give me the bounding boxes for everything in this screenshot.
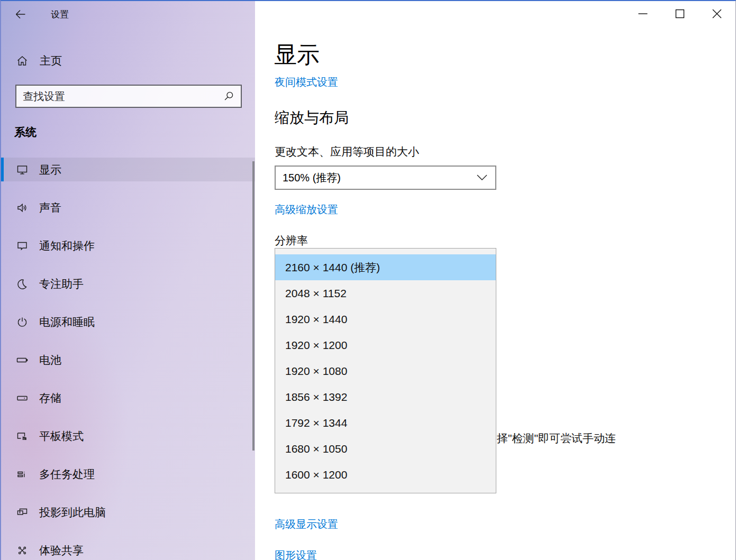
resolution-option[interactable]: 1600 × 1200 (275, 462, 496, 488)
sidebar-item-focus-assist[interactable]: 专注助手 (1, 272, 255, 296)
sidebar-scrollbar[interactable] (252, 161, 255, 451)
scale-dropdown[interactable]: 150% (推荐) (275, 166, 496, 190)
caption-buttons (624, 1, 735, 26)
maximize-button[interactable] (661, 1, 698, 26)
close-icon (712, 9, 722, 19)
sidebar-item-storage[interactable]: 存储 (1, 386, 255, 410)
graphics-settings-link[interactable]: 图形设置 (275, 548, 317, 560)
sidebar-section-heading: 系统 (14, 125, 37, 140)
notifications-icon (16, 240, 29, 252)
sidebar-item-label: 存储 (39, 391, 61, 406)
main-content: 显示 夜间模式设置 缩放与布局 更改文本、应用等项目的大小 150% (推荐) … (255, 1, 735, 560)
resolution-option[interactable]: 1856 × 1392 (275, 384, 496, 410)
sidebar-item-tablet-mode[interactable]: 平板模式 (1, 424, 255, 448)
chevron-down-icon (477, 175, 487, 181)
maximize-icon (675, 9, 685, 19)
minimize-button[interactable] (624, 1, 661, 26)
night-light-settings-link[interactable]: 夜间模式设置 (275, 75, 338, 89)
scale-field-label: 更改文本、应用等项目的大小 (275, 144, 419, 159)
power-sleep-icon (16, 316, 29, 328)
sidebar-item-label: 电池 (39, 353, 61, 368)
sidebar-item-shared-experiences[interactable]: 体验共享 (1, 538, 255, 560)
resolution-listbox: 2160 × 1440 (推荐)2048 × 11521920 × 144019… (275, 248, 496, 493)
sidebar-item-label: 投影到此电脑 (39, 505, 106, 520)
minimize-icon (638, 9, 648, 19)
advanced-display-settings-link[interactable]: 高级显示设置 (275, 517, 338, 531)
sidebar-nav-list: 显示声音通知和操作专注助手电源和睡眠电池存储平板模式多任务处理投影到此电脑体验共… (1, 158, 255, 560)
home-icon (16, 54, 29, 67)
page-title: 显示 (274, 42, 320, 67)
projecting-icon (16, 506, 29, 519)
sidebar-item-power-sleep[interactable]: 电源和睡眠 (1, 310, 255, 334)
sidebar-item-label: 平板模式 (39, 429, 84, 444)
resolution-option[interactable]: 1920 × 1200 (275, 332, 496, 358)
display-icon (16, 163, 29, 176)
home-label: 主页 (40, 53, 62, 68)
sidebar-item-projecting[interactable]: 投影到此电脑 (1, 500, 255, 524)
battery-icon (16, 354, 29, 366)
sidebar-item-home[interactable]: 主页 (1, 51, 255, 71)
sidebar-item-label: 电源和睡眠 (39, 315, 95, 329)
multitasking-icon (16, 468, 29, 481)
storage-icon (16, 392, 29, 405)
scale-dropdown-value: 150% (推荐) (276, 171, 477, 185)
search-icon (223, 90, 234, 102)
sidebar-item-label: 显示 (39, 162, 61, 177)
tablet-mode-icon (16, 430, 29, 443)
resolution-option[interactable]: 2048 × 1152 (275, 280, 496, 306)
resolution-option[interactable]: 1920 × 1080 (275, 358, 496, 384)
sidebar-item-multitasking[interactable]: 多任务处理 (1, 462, 255, 486)
sidebar-item-sound[interactable]: 声音 (1, 196, 255, 219)
sidebar-item-label: 声音 (39, 200, 61, 215)
resolution-field-label: 分辨率 (275, 233, 308, 248)
titlebar-left: 设置 (1, 1, 255, 26)
sidebar-item-display[interactable]: 显示 (1, 158, 255, 181)
sidebar-item-label: 通知和操作 (39, 238, 95, 253)
advanced-scaling-link[interactable]: 高级缩放设置 (275, 203, 338, 217)
app-title: 设置 (51, 8, 69, 21)
shared-experiences-icon (16, 544, 29, 557)
settings-window: 设置 主页 系统 显示声音通知和操作专注助手电源和睡眠电池存储平板模式多任务处理… (0, 0, 736, 560)
search-box (15, 85, 242, 108)
close-button[interactable] (698, 1, 735, 26)
resolution-option[interactable]: 1920 × 1440 (275, 306, 496, 332)
sidebar: 设置 主页 系统 显示声音通知和操作专注助手电源和睡眠电池存储平板模式多任务处理… (1, 1, 255, 560)
resolution-option[interactable]: 1792 × 1344 (275, 410, 496, 436)
sidebar-item-label: 专注助手 (39, 277, 84, 291)
sidebar-item-notifications[interactable]: 通知和操作 (1, 234, 255, 258)
search-input[interactable] (16, 90, 223, 103)
back-arrow-icon (14, 8, 27, 21)
resolution-option[interactable]: 2160 × 1440 (推荐) (275, 254, 496, 280)
scale-layout-heading: 缩放与布局 (275, 108, 349, 128)
focus-assist-icon (16, 278, 29, 290)
back-button[interactable] (13, 6, 29, 22)
sidebar-item-battery[interactable]: 电池 (1, 348, 255, 372)
sound-icon (16, 201, 29, 214)
sidebar-item-label: 多任务处理 (39, 467, 95, 482)
clipped-paragraph-text: 择"检测"即可尝试手动连 (497, 431, 616, 446)
sidebar-item-label: 体验共享 (39, 543, 84, 558)
resolution-option[interactable]: 1680 × 1050 (275, 436, 496, 462)
